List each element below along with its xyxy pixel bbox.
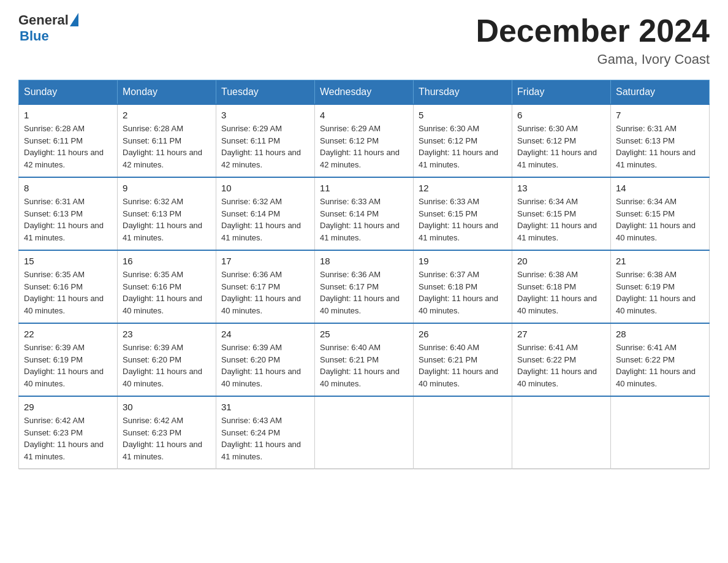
calendar-cell <box>315 396 414 469</box>
calendar-cell: 22Sunrise: 6:39 AMSunset: 6:19 PMDayligh… <box>19 323 118 396</box>
day-info: Sunrise: 6:30 AMSunset: 6:12 PMDaylight:… <box>419 123 507 170</box>
weekday-header-saturday: Saturday <box>611 80 710 105</box>
calendar-cell: 7Sunrise: 6:31 AMSunset: 6:13 PMDaylight… <box>611 104 710 177</box>
day-info: Sunrise: 6:37 AMSunset: 6:18 PMDaylight:… <box>419 269 507 316</box>
logo-name: General <box>18 12 69 28</box>
day-number: 6 <box>517 110 605 120</box>
day-info: Sunrise: 6:40 AMSunset: 6:21 PMDaylight:… <box>320 342 408 389</box>
day-info: Sunrise: 6:42 AMSunset: 6:23 PMDaylight:… <box>123 415 211 462</box>
day-number: 2 <box>123 110 211 120</box>
day-number: 16 <box>123 256 211 266</box>
day-number: 10 <box>221 183 309 193</box>
calendar-cell: 31Sunrise: 6:43 AMSunset: 6:24 PMDayligh… <box>216 396 315 469</box>
calendar-cell: 1Sunrise: 6:28 AMSunset: 6:11 PMDaylight… <box>19 104 118 177</box>
day-info: Sunrise: 6:35 AMSunset: 6:16 PMDaylight:… <box>123 269 211 316</box>
calendar-cell: 21Sunrise: 6:38 AMSunset: 6:19 PMDayligh… <box>611 250 710 323</box>
day-info: Sunrise: 6:41 AMSunset: 6:22 PMDaylight:… <box>616 342 704 389</box>
calendar-cell: 6Sunrise: 6:30 AMSunset: 6:12 PMDaylight… <box>512 104 611 177</box>
calendar-cell: 8Sunrise: 6:31 AMSunset: 6:13 PMDaylight… <box>19 177 118 250</box>
day-number: 24 <box>221 329 309 339</box>
day-info: Sunrise: 6:33 AMSunset: 6:14 PMDaylight:… <box>320 196 408 243</box>
calendar-cell: 20Sunrise: 6:38 AMSunset: 6:18 PMDayligh… <box>512 250 611 323</box>
weekday-header-wednesday: Wednesday <box>315 80 414 105</box>
day-number: 1 <box>24 110 112 120</box>
day-number: 18 <box>320 256 408 266</box>
day-number: 13 <box>517 183 605 193</box>
calendar-cell: 25Sunrise: 6:40 AMSunset: 6:21 PMDayligh… <box>315 323 414 396</box>
day-number: 15 <box>24 256 112 266</box>
day-info: Sunrise: 6:34 AMSunset: 6:15 PMDaylight:… <box>616 196 704 243</box>
title-section: December 2024 Gama, Ivory Coast <box>476 12 710 67</box>
day-info: Sunrise: 6:32 AMSunset: 6:13 PMDaylight:… <box>123 196 211 243</box>
day-info: Sunrise: 6:42 AMSunset: 6:23 PMDaylight:… <box>24 415 112 462</box>
day-info: Sunrise: 6:39 AMSunset: 6:20 PMDaylight:… <box>123 342 211 389</box>
day-number: 3 <box>221 110 309 120</box>
calendar-cell: 26Sunrise: 6:40 AMSunset: 6:21 PMDayligh… <box>414 323 512 396</box>
calendar-week-row: 29Sunrise: 6:42 AMSunset: 6:23 PMDayligh… <box>19 396 710 469</box>
day-number: 25 <box>320 329 408 339</box>
day-info: Sunrise: 6:29 AMSunset: 6:12 PMDaylight:… <box>320 123 408 170</box>
calendar-cell: 4Sunrise: 6:29 AMSunset: 6:12 PMDaylight… <box>315 104 414 177</box>
calendar-cell: 27Sunrise: 6:41 AMSunset: 6:22 PMDayligh… <box>512 323 611 396</box>
day-info: Sunrise: 6:31 AMSunset: 6:13 PMDaylight:… <box>616 123 704 170</box>
calendar-week-row: 1Sunrise: 6:28 AMSunset: 6:11 PMDaylight… <box>19 104 710 177</box>
calendar-cell: 10Sunrise: 6:32 AMSunset: 6:14 PMDayligh… <box>216 177 315 250</box>
day-number: 8 <box>24 183 112 193</box>
day-number: 11 <box>320 183 408 193</box>
day-number: 12 <box>419 183 507 193</box>
calendar-cell: 24Sunrise: 6:39 AMSunset: 6:20 PMDayligh… <box>216 323 315 396</box>
day-number: 27 <box>517 329 605 339</box>
logo-name2: Blue <box>20 28 78 44</box>
calendar-cell <box>414 396 512 469</box>
day-number: 5 <box>419 110 507 120</box>
calendar-table: SundayMondayTuesdayWednesdayThursdayFrid… <box>18 80 710 469</box>
day-info: Sunrise: 6:28 AMSunset: 6:11 PMDaylight:… <box>123 123 211 170</box>
calendar-cell: 29Sunrise: 6:42 AMSunset: 6:23 PMDayligh… <box>19 396 118 469</box>
page-header: General Blue December 2024 Gama, Ivory C… <box>18 12 710 67</box>
calendar-cell: 2Sunrise: 6:28 AMSunset: 6:11 PMDaylight… <box>118 104 216 177</box>
day-info: Sunrise: 6:34 AMSunset: 6:15 PMDaylight:… <box>517 196 605 243</box>
weekday-header-monday: Monday <box>118 80 216 105</box>
day-info: Sunrise: 6:39 AMSunset: 6:20 PMDaylight:… <box>221 342 309 389</box>
calendar-cell: 16Sunrise: 6:35 AMSunset: 6:16 PMDayligh… <box>118 250 216 323</box>
day-number: 20 <box>517 256 605 266</box>
calendar-cell <box>611 396 710 469</box>
day-number: 7 <box>616 110 704 120</box>
location: Gama, Ivory Coast <box>476 52 710 67</box>
day-info: Sunrise: 6:38 AMSunset: 6:19 PMDaylight:… <box>616 269 704 316</box>
weekday-header-row: SundayMondayTuesdayWednesdayThursdayFrid… <box>19 80 710 105</box>
day-info: Sunrise: 6:38 AMSunset: 6:18 PMDaylight:… <box>517 269 605 316</box>
calendar-cell: 30Sunrise: 6:42 AMSunset: 6:23 PMDayligh… <box>118 396 216 469</box>
day-number: 23 <box>123 329 211 339</box>
day-number: 21 <box>616 256 704 266</box>
weekday-header-sunday: Sunday <box>19 80 118 105</box>
day-info: Sunrise: 6:31 AMSunset: 6:13 PMDaylight:… <box>24 196 112 243</box>
calendar-week-row: 8Sunrise: 6:31 AMSunset: 6:13 PMDaylight… <box>19 177 710 250</box>
calendar-cell: 18Sunrise: 6:36 AMSunset: 6:17 PMDayligh… <box>315 250 414 323</box>
day-number: 22 <box>24 329 112 339</box>
weekday-header-friday: Friday <box>512 80 611 105</box>
day-info: Sunrise: 6:40 AMSunset: 6:21 PMDaylight:… <box>419 342 507 389</box>
day-info: Sunrise: 6:36 AMSunset: 6:17 PMDaylight:… <box>221 269 309 316</box>
day-number: 26 <box>419 329 507 339</box>
calendar-cell: 14Sunrise: 6:34 AMSunset: 6:15 PMDayligh… <box>611 177 710 250</box>
day-number: 4 <box>320 110 408 120</box>
calendar-cell: 15Sunrise: 6:35 AMSunset: 6:16 PMDayligh… <box>19 250 118 323</box>
day-info: Sunrise: 6:33 AMSunset: 6:15 PMDaylight:… <box>419 196 507 243</box>
calendar-cell: 28Sunrise: 6:41 AMSunset: 6:22 PMDayligh… <box>611 323 710 396</box>
calendar-cell: 11Sunrise: 6:33 AMSunset: 6:14 PMDayligh… <box>315 177 414 250</box>
day-number: 31 <box>221 402 309 412</box>
day-number: 30 <box>123 402 211 412</box>
day-info: Sunrise: 6:29 AMSunset: 6:11 PMDaylight:… <box>221 123 309 170</box>
calendar-cell: 17Sunrise: 6:36 AMSunset: 6:17 PMDayligh… <box>216 250 315 323</box>
calendar-cell: 19Sunrise: 6:37 AMSunset: 6:18 PMDayligh… <box>414 250 512 323</box>
logo-triangle-icon <box>70 13 78 26</box>
month-title: December 2024 <box>476 12 710 49</box>
calendar-week-row: 15Sunrise: 6:35 AMSunset: 6:16 PMDayligh… <box>19 250 710 323</box>
day-number: 17 <box>221 256 309 266</box>
day-info: Sunrise: 6:35 AMSunset: 6:16 PMDaylight:… <box>24 269 112 316</box>
weekday-header-tuesday: Tuesday <box>216 80 315 105</box>
day-info: Sunrise: 6:30 AMSunset: 6:12 PMDaylight:… <box>517 123 605 170</box>
day-info: Sunrise: 6:28 AMSunset: 6:11 PMDaylight:… <box>24 123 112 170</box>
day-number: 19 <box>419 256 507 266</box>
